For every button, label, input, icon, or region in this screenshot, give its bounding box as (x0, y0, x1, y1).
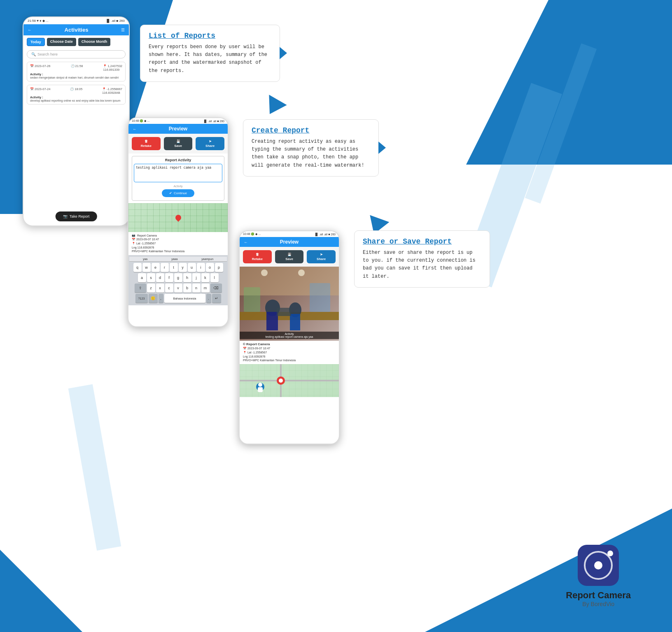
retake-button[interactable]: 🗑 Retake (132, 137, 161, 150)
preview-actions: 🗑 Retake 💾 Save ➤ Share (128, 134, 228, 153)
svg-rect-5 (290, 314, 300, 330)
key-delete[interactable]: ⌫ (210, 283, 222, 293)
phone1-footer: 📷 Take Report (56, 211, 97, 221)
phone2-status-bar: 10:48 🟢 ◆ ... ▐▌ .all .all ■ 260 (128, 118, 228, 124)
key-n[interactable]: n (192, 283, 201, 293)
report-date: 📅 2023-09-07 10:47 (132, 238, 224, 241)
feature1-arrow (280, 47, 287, 59)
activity-list: 📅 2023-07-26 🕐 21:58 📍 1,2407532116.8913… (23, 60, 129, 109)
choose-date-button[interactable]: Choose Date (47, 38, 76, 46)
key-w[interactable]: w (142, 263, 151, 272)
key-a[interactable]: a (138, 273, 146, 282)
activity-textarea[interactable]: testing aplikasi report camera aja yaa (134, 164, 222, 182)
retake-label: Retake (141, 144, 152, 148)
retake-button-3[interactable]: 🗑 Retake (243, 250, 272, 263)
svg-point-15 (279, 379, 283, 383)
activity1-meta: 📅 2023-07-26 🕐 21:58 📍 1,2407532116.8913… (30, 64, 122, 72)
key-c[interactable]: c (165, 283, 173, 293)
choose-month-button[interactable]: Choose Month (78, 38, 111, 46)
key-123[interactable]: ?123 (135, 294, 148, 303)
key-e[interactable]: e (152, 263, 160, 272)
key-v[interactable]: v (174, 283, 182, 293)
key-period[interactable]: . (206, 294, 211, 303)
key-x[interactable]: x (156, 283, 164, 293)
activity2-label: Activity : (30, 95, 122, 99)
continue-btn-wrapper: ✔ Continue (134, 189, 222, 197)
report-camera-title: © Report Camera (243, 342, 336, 346)
save-icon-3: 💾 (287, 253, 292, 256)
continue-button[interactable]: ✔ Continue (162, 189, 194, 197)
report-lng: Lng 116.8392876 (132, 246, 224, 249)
activity2-meta: 📅 2023-07-24 🕐 18:05 📍 -1.2558667116.839… (30, 87, 122, 95)
app-icon-inner (584, 551, 613, 580)
share-icon: ➤ (209, 139, 212, 143)
key-b[interactable]: b (183, 283, 191, 293)
report-activity-box: Report Activity testing aplikasi report … (132, 156, 224, 201)
key-comma[interactable]: , (159, 294, 163, 303)
key-k[interactable]: k (201, 273, 210, 282)
share-button[interactable]: ➤ Share (196, 137, 224, 150)
key-z[interactable]: z (147, 283, 155, 293)
key-y[interactable]: y (179, 263, 187, 272)
save-button-3[interactable]: 💾 Save (275, 250, 304, 263)
main-content: 21:58 ♥ ♦ ◆ ... ▐▌ .all ■ 260 ← Activiti… (0, 0, 672, 632)
report3-location: PRVO+MPC Kalimantan Timur Indonesia (243, 359, 336, 362)
key-f[interactable]: f (165, 273, 173, 282)
key-emoji[interactable]: 🙂 (149, 294, 158, 303)
camera-icon: 📷 (63, 214, 68, 218)
report-info: 📷 Report Camera 📅 2023-09-07 10:47 📍 Lat… (128, 232, 228, 255)
key-o[interactable]: o (206, 263, 214, 272)
phone3-back-icon[interactable]: ← (244, 240, 248, 244)
key-m[interactable]: m (201, 283, 210, 293)
key-q[interactable]: q (133, 263, 142, 272)
continue-label: Continue (174, 191, 187, 195)
key-suggestions: yaa yaaa yaampun (129, 257, 227, 262)
key-s[interactable]: s (147, 273, 155, 282)
svg-rect-3 (266, 312, 278, 330)
key-h[interactable]: h (183, 273, 191, 282)
keyboard-row1: qwertyuiop (129, 263, 227, 272)
phone1-btn-row: Today Choose Date Choose Month (23, 35, 129, 49)
phone2-time: 10:48 🟢 ◆ ... (132, 119, 149, 123)
key-d[interactable]: d (156, 273, 164, 282)
activity1-location: 📍 1,2407532116.891339 (103, 64, 122, 72)
report-lat: 📍 Lat -1.2558567 (132, 242, 224, 245)
phone2-back-icon[interactable]: ← (133, 127, 137, 131)
share-button-3[interactable]: ➤ Share (307, 250, 336, 263)
key-u[interactable]: u (188, 263, 196, 272)
key-r[interactable]: r (161, 263, 169, 272)
keyboard-bottom-row: ?123 🙂 , Bahasa Indonesia . ↵ (129, 294, 227, 303)
svg-rect-18 (258, 387, 263, 392)
app-logo-section: Report Camera By BoredVio (566, 545, 631, 607)
search-placeholder: Search here (37, 52, 58, 56)
key-t[interactable]: t (170, 263, 178, 272)
suggestion-2[interactable]: yaaa (171, 258, 177, 260)
feature-share-save: Share or Save Report Either save or shar… (354, 230, 490, 288)
report-camera-label: Report Camera (137, 234, 157, 237)
svg-rect-10 (244, 287, 260, 312)
suggestion-1[interactable]: yaa (143, 258, 147, 260)
phone1-back-icon[interactable]: ← (28, 28, 32, 32)
key-shift[interactable]: ⇧ (135, 283, 146, 293)
search-icon: 🔍 (31, 52, 36, 56)
search-bar[interactable]: 🔍 Search here (27, 50, 126, 58)
take-report-button[interactable]: 📷 Take Report (56, 211, 97, 221)
feature-list-reports: List of Reports Every reports been done … (140, 25, 280, 82)
key-j[interactable]: j (192, 273, 201, 282)
key-enter[interactable]: ↵ (212, 294, 221, 303)
key-i[interactable]: i (197, 263, 205, 272)
today-button[interactable]: Today (27, 38, 45, 46)
suggestion-3[interactable]: yaampun (201, 258, 213, 260)
report3-date: 📅 2023-09-07 10:47 (243, 347, 336, 350)
watermark-label: Activity (242, 332, 336, 335)
key-l[interactable]: l (210, 273, 219, 282)
phone2-header: ← Preview (128, 124, 228, 134)
key-p[interactable]: p (215, 263, 223, 272)
save-button[interactable]: 💾 Save (164, 137, 193, 150)
app-name: Report Camera (566, 590, 631, 601)
save-label-3: Save (285, 257, 293, 261)
key-g[interactable]: g (174, 273, 182, 282)
phone1-menu-icon[interactable]: ☰ (121, 28, 125, 32)
phone1-status-bar: 21:58 ♥ ♦ ◆ ... ▐▌ .all ■ 260 (23, 17, 129, 24)
key-space[interactable]: Bahasa Indonesia (164, 294, 205, 303)
